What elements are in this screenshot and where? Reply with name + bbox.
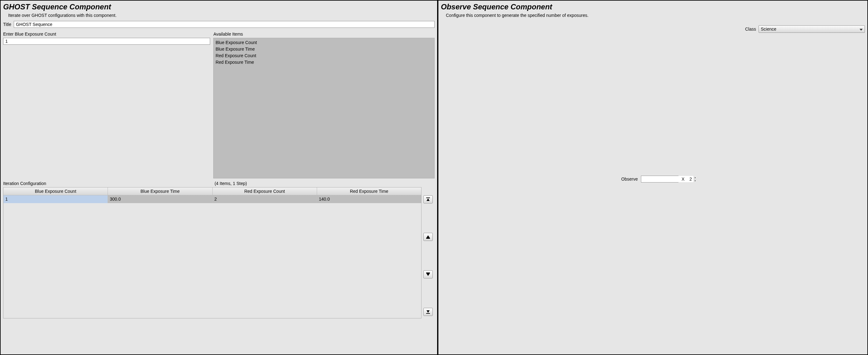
iteration-config-summary: (4 Items, 1 Step) [215,181,247,186]
move-down-button[interactable] [423,270,433,279]
chevron-down-icon [860,27,863,32]
table-cell[interactable]: 300.0 [108,195,212,203]
move-up-button[interactable] [423,233,433,241]
list-item[interactable]: Red Exposure Count [215,53,432,59]
title-label: Title [3,22,11,27]
observe-label: Observe [621,176,638,182]
svg-rect-7 [426,313,430,314]
table-header: Blue Exposure Count Blue Exposure Time R… [3,188,421,195]
svg-marker-1 [427,198,430,201]
blue-exposure-count-input[interactable] [3,38,210,45]
spinner-down-icon[interactable]: ▼ [694,180,696,183]
observe-count-input[interactable] [641,176,694,182]
class-label: Class [745,27,756,32]
iteration-table[interactable]: Blue Exposure Count Blue Exposure Time R… [3,187,422,318]
title-input[interactable] [14,21,435,28]
table-cell[interactable]: 1 [3,195,108,203]
panel-title-left: GHOST Sequence Component [3,2,435,11]
panel-subtitle-right: Configure this component to generate the… [441,13,865,18]
move-to-top-icon [426,197,430,201]
move-down-icon [426,272,430,277]
move-up-icon [426,235,430,239]
panel-subtitle-left: Iterate over GHOST configurations with t… [3,13,435,18]
spinner-up-icon[interactable]: ▲ [694,176,696,180]
class-select[interactable]: Science [758,25,865,33]
column-header[interactable]: Red Exposure Count [213,188,317,195]
svg-marker-5 [426,273,430,276]
table-cell[interactable]: 2 [213,195,317,203]
list-item[interactable]: Blue Exposure Time [215,46,432,53]
class-select-value: Science [761,27,776,32]
blue-exposure-count-label: Enter Blue Exposure Count [3,32,210,37]
observe-count-spinner[interactable]: ▲ ▼ [641,175,679,183]
table-row[interactable]: 1 300.0 2 140.0 [3,195,421,203]
available-items-label: Available Items [213,32,435,37]
observe-x-label: X [682,176,684,182]
list-item[interactable]: Blue Exposure Count [215,39,432,46]
column-header[interactable]: Red Exposure Time [317,188,421,195]
svg-rect-0 [426,197,430,198]
column-header[interactable]: Blue Exposure Time [108,188,212,195]
observe-sequence-panel: Observe Sequence Component Configure thi… [438,0,868,355]
ghost-sequence-panel: GHOST Sequence Component Iterate over GH… [0,0,438,355]
svg-marker-6 [427,310,430,313]
panel-title-right: Observe Sequence Component [441,2,865,11]
table-cell[interactable]: 140.0 [317,195,421,203]
svg-marker-8 [860,29,863,31]
svg-rect-4 [426,272,430,273]
iteration-config-label: Iteration Configuration [3,181,215,186]
svg-rect-3 [426,238,430,239]
move-to-top-button[interactable] [423,195,433,203]
move-to-bottom-icon [426,310,430,314]
svg-marker-2 [426,235,430,238]
available-items-list[interactable]: Blue Exposure Count Blue Exposure Time R… [213,38,435,179]
list-item[interactable]: Red Exposure Time [215,59,432,66]
column-header[interactable]: Blue Exposure Count [3,188,108,195]
move-to-bottom-button[interactable] [423,308,433,316]
